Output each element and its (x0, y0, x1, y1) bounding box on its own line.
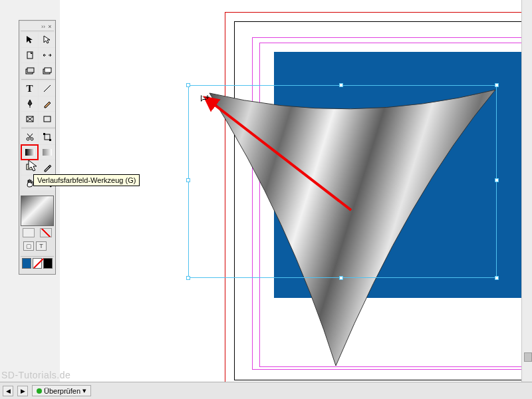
gradient-swatch-tool[interactable] (21, 145, 38, 160)
preflight-menu[interactable]: Überprüfen ▾ (32, 385, 91, 396)
selection-handle[interactable] (495, 178, 499, 182)
selection-handle[interactable] (495, 83, 499, 87)
selection-handle[interactable] (186, 276, 190, 280)
selection-handle[interactable] (339, 83, 343, 87)
selection-handle[interactable] (339, 276, 343, 280)
svg-rect-13 (43, 133, 45, 135)
svg-rect-12 (45, 134, 50, 140)
selection-tool[interactable] (21, 33, 38, 47)
selection-handle[interactable] (186, 178, 190, 182)
swap-fill-stroke[interactable] (23, 228, 35, 237)
svg-rect-4 (45, 68, 51, 72)
gradient-feather-tool[interactable] (39, 145, 55, 160)
apply-container-button[interactable]: ▢ (23, 241, 34, 251)
eyedropper-tool[interactable] (39, 160, 55, 175)
svg-line-5 (44, 85, 51, 92)
svg-rect-0 (27, 52, 33, 59)
tools-panel: ›› × T ▢ T (19, 20, 56, 275)
svg-rect-17 (27, 164, 33, 170)
svg-rect-15 (25, 149, 35, 156)
selection-handle[interactable] (186, 83, 190, 87)
default-fill-stroke[interactable] (40, 228, 52, 237)
gradient-cursor-icon (200, 94, 211, 105)
type-tool[interactable]: T (21, 81, 38, 96)
document-canvas[interactable] (60, 0, 532, 382)
apply-none-swatch[interactable] (33, 258, 42, 269)
content-placer-tool[interactable] (39, 63, 55, 78)
content-collector-tool[interactable] (21, 63, 38, 78)
preflight-label: Überprüfen (44, 387, 80, 395)
apply-gradient-swatch[interactable] (43, 258, 53, 269)
panel-header: ›› × (21, 22, 54, 31)
note-tool[interactable] (21, 160, 38, 175)
page-tool[interactable] (21, 48, 38, 63)
svg-rect-16 (43, 149, 52, 156)
watermark-text: SD-Tutorials.de (1, 370, 70, 380)
selection-bounding-box (188, 85, 497, 278)
tool-grid: T (21, 31, 54, 192)
vertical-scrollbar[interactable] (521, 0, 532, 382)
apply-text-button[interactable]: T (36, 241, 47, 251)
rectangle-frame-tool[interactable] (21, 112, 38, 126)
tool-tooltip: Verlaufsfarbfeld-Werkzeug (G) (33, 174, 140, 186)
apply-color-swatch[interactable] (22, 258, 31, 269)
close-icon[interactable]: × (47, 24, 53, 29)
fill-stroke-preview[interactable] (21, 196, 54, 226)
rectangle-tool[interactable] (39, 112, 55, 126)
scissors-tool[interactable] (21, 130, 38, 144)
svg-rect-2 (27, 68, 34, 72)
line-tool[interactable] (39, 81, 55, 96)
pencil-tool[interactable] (39, 96, 55, 111)
chevron-down-icon: ▾ (82, 386, 86, 395)
collapse-icon[interactable]: ›› (41, 24, 46, 29)
direct-selection-tool[interactable] (39, 33, 55, 47)
next-page-button[interactable]: ▶ (17, 386, 28, 396)
svg-rect-14 (49, 139, 51, 141)
svg-rect-9 (44, 116, 51, 122)
status-bar: ◀ ▶ Überprüfen ▾ (0, 382, 532, 399)
selection-handle[interactable] (495, 276, 499, 280)
prev-page-button[interactable]: ◀ (3, 386, 13, 396)
free-transform-tool[interactable] (39, 130, 55, 144)
preflight-status-icon (37, 388, 42, 394)
pen-tool[interactable] (21, 96, 38, 111)
gap-tool[interactable] (39, 48, 55, 63)
